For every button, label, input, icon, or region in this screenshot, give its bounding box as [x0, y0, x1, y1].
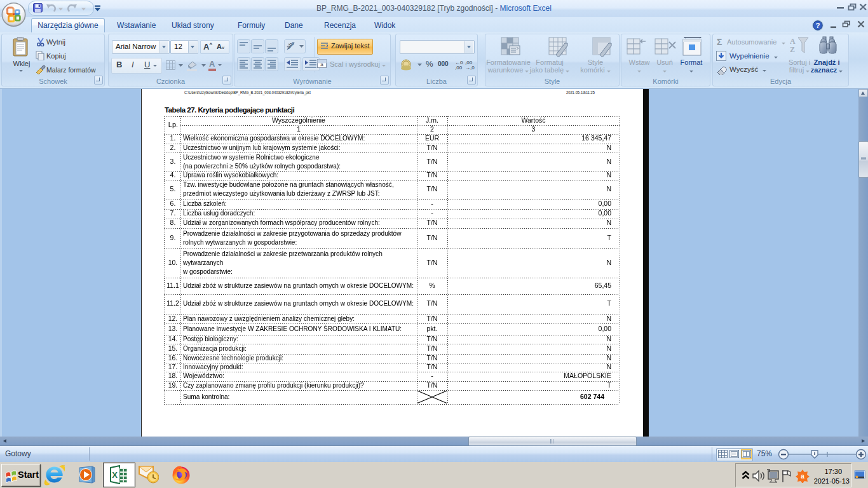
svg-text:→,0: →,0 [465, 65, 475, 71]
svg-text:a: a [320, 62, 323, 67]
svg-text:?: ? [815, 22, 820, 29]
svg-text:A: A [790, 37, 796, 46]
svg-text:a: a [801, 473, 804, 480]
svg-text:Z: Z [790, 45, 795, 54]
svg-text:X: X [112, 470, 118, 480]
svg-text:,00: ,00 [455, 65, 463, 71]
